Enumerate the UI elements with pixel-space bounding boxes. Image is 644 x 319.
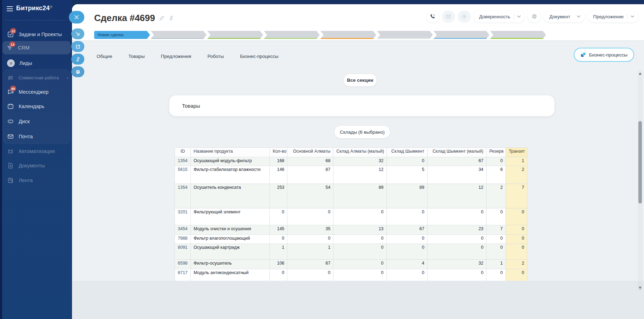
open-window-button[interactable] xyxy=(71,41,84,52)
calendar-icon xyxy=(7,103,14,110)
sidebar-item-crm[interactable]: 13 CRM xyxy=(2,41,71,54)
table-row[interactable]: 5615Фильтр-стабилизатор влажности1468712… xyxy=(175,166,527,184)
crm-badge: 13 xyxy=(9,41,15,47)
table-row[interactable]: 7988Фильтр влагопоглощающий0000000 xyxy=(175,235,527,244)
sidebar-item-leads[interactable]: л Лиды xyxy=(3,57,70,69)
cell-value: 13 xyxy=(333,225,386,235)
cell-value: 0 xyxy=(427,244,486,260)
column-header[interactable]: Название продукта xyxy=(191,148,270,157)
cell-value: 54 xyxy=(287,184,333,208)
collapse-slider-button[interactable] xyxy=(71,28,84,39)
cell-product-name: Модуль очистки и осушения xyxy=(191,225,270,235)
tab-products[interactable]: Товары xyxy=(128,54,144,59)
tab-general[interactable]: Общие xyxy=(97,54,112,59)
power-of-attorney-dropdown[interactable]: Доверенность xyxy=(474,11,525,22)
scroll-down-arrow[interactable] xyxy=(639,287,642,289)
page-title: Сделка #4699 xyxy=(94,13,155,24)
sidebar-item-tasks[interactable]: 12 Задачи и Проекты xyxy=(3,28,70,41)
collaboration-icon xyxy=(7,74,14,81)
app-logo[interactable]: Битрикс24◷ xyxy=(16,5,53,12)
column-header[interactable]: Склад Шымкент xyxy=(386,148,427,157)
chat-button[interactable] xyxy=(458,11,471,22)
cell-value: 67 xyxy=(427,157,486,166)
cell-value: 67 xyxy=(386,225,427,235)
cell-value: 168 xyxy=(270,157,287,166)
documents-icon xyxy=(7,162,14,169)
sidebar-item-documents[interactable]: Документы xyxy=(3,159,70,172)
current-stage-label: Новая сделка xyxy=(98,31,123,39)
deal-panel: Сделка #4699 Доверенность xyxy=(72,4,644,319)
products-section-card[interactable]: Товары xyxy=(169,95,554,116)
settings-button[interactable]: ⚙ xyxy=(528,11,541,22)
stage-segment[interactable] xyxy=(434,31,489,39)
link-icon[interactable] xyxy=(169,15,174,21)
business-processes-button[interactable]: Бизнес-процессы xyxy=(574,48,634,62)
cell-value: 0 xyxy=(506,225,527,235)
all-sections-button[interactable]: Все секции xyxy=(343,74,377,87)
mail-button[interactable] xyxy=(442,11,455,22)
cell-product-name: Фильтр влагопоглощающий xyxy=(191,235,270,244)
column-header[interactable]: Резерв xyxy=(486,148,506,157)
column-header[interactable]: Основной Алматы xyxy=(287,148,333,157)
table-row[interactable]: 8091Осушающий картридж1100000 xyxy=(175,244,527,260)
cell-value: 87 xyxy=(287,166,333,184)
cell-id: 5615 xyxy=(175,166,191,184)
print-button[interactable] xyxy=(71,66,84,77)
column-header[interactable]: Склад Алматы (малый) xyxy=(333,148,386,157)
call-button[interactable] xyxy=(426,11,439,22)
chevron-up-icon[interactable]: ˄ xyxy=(66,76,69,80)
sidebar-item-automation[interactable]: Автоматизация xyxy=(3,145,70,158)
panel-bottom-strip xyxy=(72,281,644,319)
cell-value: 23 xyxy=(427,225,486,235)
sidebar-item-messenger[interactable]: 65 Мессенджер xyxy=(3,86,70,98)
tab-quotes[interactable]: Предложения xyxy=(161,54,191,59)
table-row[interactable]: 3201Фильтрующий элемент0000000 xyxy=(175,208,527,225)
stage-segment[interactable] xyxy=(264,31,320,39)
table-row[interactable]: 6598Фильтр-осушитель10667043212 xyxy=(175,260,527,269)
scrollbar-thumb[interactable] xyxy=(638,121,642,204)
cell-value: 0 xyxy=(506,208,527,225)
column-header[interactable]: Кол-во xyxy=(270,148,287,157)
cell-value: 32 xyxy=(427,260,486,269)
table-row[interactable]: 1354Осушающий модуль-фильтр168683206701 xyxy=(175,157,527,166)
column-header[interactable]: Транзит xyxy=(506,148,527,157)
cell-value: 68 xyxy=(287,157,333,166)
cell-value: 12 xyxy=(427,184,486,208)
table-row[interactable]: 3454Модуль очистки и осушения14535136723… xyxy=(175,225,527,235)
sidebar-divider xyxy=(5,20,65,20)
stage-segment[interactable] xyxy=(490,31,546,39)
vertical-scrollbar[interactable] xyxy=(638,70,643,291)
cell-value: 0 xyxy=(486,235,506,244)
cell-value: 0 xyxy=(287,235,333,244)
stage-underline xyxy=(490,38,546,39)
menu-burger-icon[interactable] xyxy=(7,6,13,11)
scroll-up-arrow[interactable] xyxy=(639,72,642,75)
cell-value: 4 xyxy=(386,260,427,269)
sidebar-item-calendar[interactable]: Календарь xyxy=(3,100,70,113)
stage-segment[interactable]: Новая сделка xyxy=(94,31,150,39)
tab-business-processes[interactable]: Бизнес-процессы xyxy=(240,54,278,59)
sidebar-item-mail[interactable]: Почта xyxy=(3,130,70,143)
cell-value: 0 xyxy=(386,208,427,225)
column-header[interactable]: ID xyxy=(175,148,191,157)
cell-value: 145 xyxy=(270,225,287,235)
cell-value: 253 xyxy=(270,184,287,208)
tasks-icon: 12 xyxy=(7,31,14,38)
edit-title-icon[interactable] xyxy=(159,15,164,21)
stage-segment[interactable] xyxy=(377,31,433,39)
sidebar-item-collaboration[interactable]: Совместная работа ˄ xyxy=(3,72,70,84)
warehouses-filter-button[interactable]: Склады (6 выбрано) xyxy=(334,125,390,139)
stage-segment[interactable] xyxy=(207,31,263,39)
sidebar-item-feed[interactable]: Лента xyxy=(3,174,70,187)
offer-dropdown[interactable]: Предложение xyxy=(587,11,638,22)
copy-link-button[interactable] xyxy=(71,54,84,65)
close-slider-button[interactable] xyxy=(69,11,84,24)
sidebar-item-disk[interactable]: Диск xyxy=(3,115,70,128)
document-dropdown[interactable]: Документ xyxy=(544,11,585,22)
column-header[interactable]: Склад Шымкент (малый) xyxy=(427,148,486,157)
stage-segment[interactable] xyxy=(320,31,376,39)
cell-value: 0 xyxy=(386,235,427,244)
stage-segment[interactable] xyxy=(151,31,207,39)
tab-robots[interactable]: Роботы xyxy=(207,54,224,59)
table-row[interactable]: 1354Осушитель конденсата2535489891227 xyxy=(175,184,527,208)
